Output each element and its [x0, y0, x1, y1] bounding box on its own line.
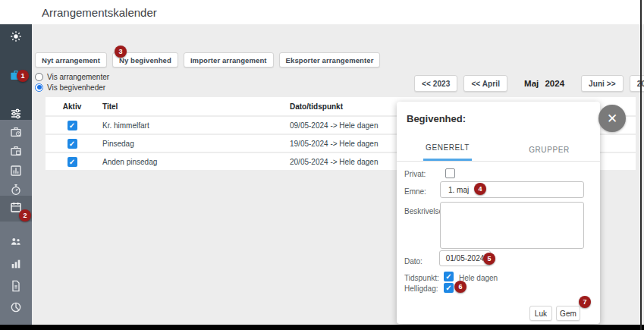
page-title: Arrangementskalender: [42, 6, 157, 19]
briefcase-box-icon[interactable]: [10, 145, 22, 157]
beskrivelse-textarea[interactable]: [440, 202, 584, 249]
header-titel: Titel: [99, 102, 284, 111]
step-badge-3: 3: [115, 46, 127, 58]
sidebar: [0, 24, 32, 325]
hele-dagen-checkbox[interactable]: [444, 272, 454, 281]
row-active-checkbox[interactable]: [68, 121, 77, 130]
radio-vis-begivenheder[interactable]: Vis begivenheder: [35, 83, 109, 92]
view-filter: Vis arrangementer Vis begivenheder: [35, 72, 109, 92]
row-title: Anden pinsedag: [99, 158, 284, 166]
helligdag-label: Helligdag:: [404, 284, 438, 293]
privat-checkbox[interactable]: [445, 168, 455, 178]
current-month-label: Maj 2024: [524, 79, 564, 88]
step-badge-4: 4: [474, 183, 486, 195]
radio-label: Vis arrangementer: [47, 73, 109, 81]
bar-chart-icon[interactable]: [10, 258, 22, 270]
emne-input[interactable]: [440, 181, 584, 198]
radio-unchecked-icon[interactable]: [35, 73, 43, 81]
chart-frame-icon[interactable]: [10, 165, 22, 177]
row-active-checkbox[interactable]: [68, 157, 77, 167]
radio-vis-arrangementer[interactable]: Vis arrangementer: [35, 72, 109, 81]
new-arrangement-button[interactable]: Nyt arrangement: [35, 52, 107, 68]
row-active-checkbox[interactable]: [68, 139, 77, 149]
document-icon[interactable]: [10, 280, 22, 292]
header-aktiv: Aktiv: [46, 102, 99, 111]
step-badge-6: 6: [454, 281, 467, 293]
tab-label: GENERELT: [423, 143, 472, 161]
emne-label: Emne:: [404, 187, 426, 196]
export-arrangements-button[interactable]: Eksporter arrangementer: [279, 52, 381, 68]
luk-button[interactable]: Luk: [529, 306, 552, 321]
gem-button[interactable]: Gem: [556, 306, 580, 321]
pie-chart-icon[interactable]: [10, 301, 22, 313]
helligdag-checkbox[interactable]: [444, 283, 454, 293]
prev-month-button[interactable]: << April: [463, 75, 507, 92]
close-icon: ✕: [607, 112, 617, 125]
privat-label: Privat:: [404, 170, 426, 178]
briefcase-clock-icon[interactable]: [10, 126, 22, 138]
step-badge-5: 5: [483, 253, 495, 265]
radio-label: Vis begivenheder: [47, 83, 105, 92]
modal-title: Begivenhed:: [407, 113, 466, 124]
window-right-edge: [640, 0, 642, 330]
window-bottom-edge: [0, 325, 644, 330]
dato-label: Dato:: [404, 257, 423, 266]
toolbar: Nyt arrangement Ny begivenhed Importer a…: [35, 52, 380, 68]
row-title: Pinsedag: [99, 140, 284, 148]
event-modal: Begivenhed: GENERELT GRUPPER Privat: Emn…: [397, 102, 600, 324]
groups-icon[interactable]: [10, 235, 22, 247]
step-badge-2: 2: [19, 209, 31, 222]
calendar-nav: << 2023 << April Maj 2024 Juni >> 2025 >…: [414, 75, 644, 92]
beskrivelse-label: Beskrivelse:: [404, 207, 445, 215]
next-month-button[interactable]: Juni >>: [581, 75, 624, 92]
timer-icon[interactable]: [10, 184, 22, 196]
step-badge-1: 1: [17, 70, 29, 82]
prev-year-button[interactable]: << 2023: [414, 75, 457, 92]
step-badge-7: 7: [579, 296, 591, 308]
tidspunkt-label: Tidspunkt:: [404, 274, 439, 282]
next-year-button[interactable]: 2025 >>: [630, 75, 644, 92]
tabs-divider: [397, 161, 600, 162]
radio-checked-icon[interactable]: [35, 83, 43, 92]
modal-tabs: GENERELT GRUPPER: [397, 135, 600, 161]
brightness-icon[interactable]: [10, 30, 22, 42]
close-button[interactable]: ✕: [598, 105, 626, 132]
row-title: Kr. himmelfart: [99, 121, 284, 130]
tab-label: GRUPPER: [526, 146, 572, 161]
import-arrangement-button[interactable]: Importer arrangement: [184, 52, 274, 68]
tune-icon[interactable]: [10, 108, 22, 120]
hele-dagen-label: Hele dagen: [459, 274, 498, 282]
tab-grupper[interactable]: GRUPPER: [498, 135, 600, 161]
tab-generelt[interactable]: GENERELT: [397, 135, 498, 161]
